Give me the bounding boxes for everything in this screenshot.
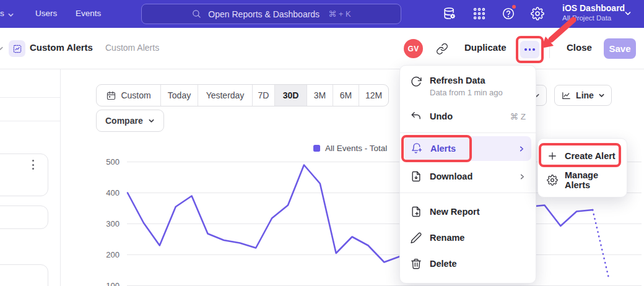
svg-text:100: 100 — [106, 281, 120, 286]
chevron-right-icon — [519, 173, 526, 180]
menu-sublabel: Data from 1 min ago — [430, 88, 503, 97]
date-range-today[interactable]: Today — [160, 85, 198, 106]
submenu-item-create-alert[interactable]: Create Alert — [538, 144, 627, 168]
report-icon — [9, 40, 25, 57]
menu-shortcut: ⌘ Z — [510, 111, 526, 121]
date-range-label: 6M — [340, 90, 352, 100]
more-options-button[interactable] — [520, 41, 539, 58]
svg-text:400: 400 — [106, 188, 120, 197]
search-shortcut: ⌘ + K — [328, 9, 351, 19]
menu-divider — [400, 193, 536, 193]
kebab-menu-icon[interactable] — [32, 160, 34, 170]
menu-item-undo[interactable]: Undo ⌘ Z — [400, 103, 536, 129]
page-title: Custom Alerts — [30, 42, 93, 53]
compare-button[interactable]: Compare — [96, 110, 164, 132]
date-range-label: Custom — [121, 90, 150, 100]
menu-label: Download — [430, 171, 472, 181]
gear-icon — [547, 175, 558, 186]
save-button[interactable]: Save — [604, 38, 636, 59]
menu-label: Rename — [430, 233, 464, 243]
chevron-down-icon — [598, 92, 605, 99]
search-input[interactable]: Open Reports & Dashboards ⌘ + K — [141, 4, 401, 24]
download-icon — [410, 170, 422, 183]
menu-item-alerts[interactable]: Alerts — [404, 136, 531, 161]
share-link-icon[interactable] — [436, 43, 448, 55]
project-switcher[interactable]: iOS Dashboard All Project Data — [562, 3, 625, 22]
undo-icon — [410, 110, 422, 123]
calendar-icon — [106, 90, 116, 101]
nav-item-events[interactable]: Events — [76, 9, 101, 18]
toolbar-divider — [549, 40, 550, 58]
context-menu: Refresh Data Data from 1 min ago Undo ⌘ … — [399, 65, 536, 284]
chart-legend: All Events - Total — [313, 144, 387, 153]
compare-label: Compare — [105, 116, 143, 126]
chevron-down-icon[interactable] — [0, 45, 4, 52]
chart-type-label: Line — [576, 90, 594, 100]
menu-item-delete[interactable]: Delete — [400, 251, 536, 277]
menu-divider — [400, 132, 536, 133]
menu-item-rename[interactable]: Rename — [400, 225, 536, 251]
menu-label: Undo — [430, 111, 453, 121]
project-name: iOS Dashboard — [562, 3, 625, 13]
date-range-30d-selected[interactable]: 30D — [274, 85, 307, 106]
apps-grid-icon[interactable] — [472, 7, 486, 20]
refresh-icon — [410, 76, 422, 88]
notification-dot — [511, 4, 517, 10]
date-range-12m[interactable]: 12M — [359, 85, 388, 106]
alerts-submenu: Create Alert Manage Alerts — [537, 138, 627, 197]
chevron-down-icon — [148, 118, 155, 124]
plus-icon — [547, 150, 558, 162]
close-button[interactable]: Close — [567, 42, 592, 53]
date-range-label: Today — [168, 90, 191, 100]
date-range-label: 12M — [365, 90, 382, 100]
menu-item-new-report[interactable]: New Report — [400, 199, 536, 225]
gear-icon[interactable] — [531, 7, 544, 20]
date-range-control: Custom Today Yesterday 7D 30D 3M 6M 12M — [96, 84, 389, 106]
legend-swatch — [313, 145, 320, 152]
date-range-7d[interactable]: 7D — [252, 85, 274, 106]
metric-card[interactable] — [0, 206, 48, 229]
metric-card[interactable] — [0, 154, 48, 196]
chart-type-button[interactable]: Line — [554, 85, 612, 106]
date-range-label: Yesterday — [206, 90, 245, 100]
line-chart-icon — [561, 90, 572, 101]
menu-label: Refresh Data — [430, 76, 503, 85]
project-scope: All Project Data — [562, 14, 625, 22]
menu-item-download[interactable]: Download — [400, 163, 536, 189]
menu-item-refresh-data[interactable]: Refresh Data Data from 1 min ago — [400, 71, 536, 103]
menu-label: Delete — [430, 259, 457, 269]
left-sidebar — [0, 69, 61, 286]
search-placeholder: Open Reports & Dashboards — [208, 9, 320, 19]
sidebar-divider — [0, 97, 60, 98]
date-range-yesterday[interactable]: Yesterday — [198, 85, 252, 106]
svg-text:300: 300 — [106, 219, 120, 228]
legend-label: All Events - Total — [325, 144, 387, 153]
chevron-down-icon — [7, 12, 14, 19]
chevron-down-icon — [624, 10, 632, 17]
pencil-icon — [410, 232, 422, 244]
top-nav: s Users Events Open Reports & Dashboards… — [0, 0, 644, 28]
avatar[interactable]: GV — [404, 39, 423, 58]
svg-text:500: 500 — [106, 157, 120, 167]
breadcrumb: Custom Alerts — [105, 43, 159, 53]
submenu-label: Create Alert — [565, 151, 616, 161]
submenu-item-manage-alerts[interactable]: Manage Alerts — [538, 168, 627, 192]
date-range-label: 30D — [283, 90, 299, 100]
menu-label: New Report — [430, 207, 480, 217]
date-range-custom[interactable]: Custom — [97, 85, 160, 106]
date-range-3m[interactable]: 3M — [307, 85, 333, 106]
nav-item-users[interactable]: Users — [35, 9, 57, 18]
menu-label: Alerts — [430, 144, 456, 154]
nav-item-truncated[interactable]: s — [0, 9, 4, 18]
date-range-label: 7D — [258, 90, 269, 100]
bell-plus-icon — [411, 142, 423, 155]
submenu-label: Manage Alerts — [565, 170, 618, 190]
trash-icon — [410, 258, 422, 270]
metric-card[interactable] — [0, 264, 48, 286]
date-range-6m[interactable]: 6M — [333, 85, 359, 106]
chevron-right-icon — [518, 145, 525, 152]
duplicate-button[interactable]: Duplicate — [464, 42, 507, 53]
search-icon — [191, 9, 202, 19]
data-settings-icon[interactable] — [443, 7, 456, 20]
file-plus-icon — [410, 206, 422, 218]
